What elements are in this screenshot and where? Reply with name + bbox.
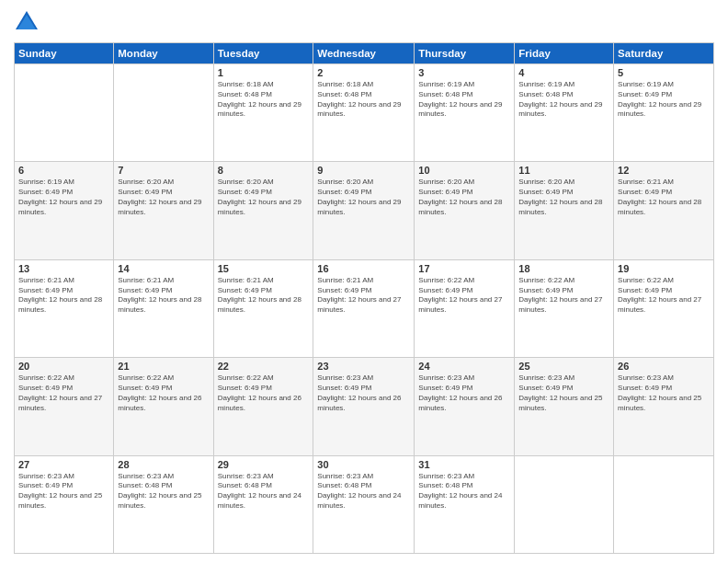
day-number: 26 <box>618 361 710 372</box>
day-info: Sunrise: 6:22 AM Sunset: 6:49 PM Dayligh… <box>418 276 510 316</box>
day-info: Sunrise: 6:18 AM Sunset: 6:48 PM Dayligh… <box>317 80 410 120</box>
calendar-cell: 25Sunrise: 6:23 AM Sunset: 6:49 PM Dayli… <box>515 358 614 455</box>
day-info: Sunrise: 6:22 AM Sunset: 6:49 PM Dayligh… <box>618 276 710 316</box>
day-number: 18 <box>518 263 609 274</box>
day-number: 29 <box>218 459 310 470</box>
day-info: Sunrise: 6:20 AM Sunset: 6:49 PM Dayligh… <box>418 178 510 217</box>
day-info: Sunrise: 6:23 AM Sunset: 6:48 PM Dayligh… <box>118 472 209 511</box>
header-cell-wednesday: Wednesday <box>313 43 415 64</box>
calendar-cell <box>515 455 614 553</box>
calendar-cell <box>114 64 213 162</box>
day-number: 10 <box>418 165 510 176</box>
day-info: Sunrise: 6:19 AM Sunset: 6:49 PM Dayligh… <box>18 178 109 217</box>
calendar-cell: 30Sunrise: 6:23 AM Sunset: 6:48 PM Dayli… <box>313 455 415 553</box>
calendar-cell: 22Sunrise: 6:22 AM Sunset: 6:49 PM Dayli… <box>213 358 313 455</box>
week-row-3: 13Sunrise: 6:21 AM Sunset: 6:49 PM Dayli… <box>15 259 714 357</box>
header-cell-saturday: Saturday <box>614 43 714 64</box>
day-number: 25 <box>518 361 609 372</box>
calendar-cell: 31Sunrise: 6:23 AM Sunset: 6:48 PM Dayli… <box>415 455 515 553</box>
day-info: Sunrise: 6:23 AM Sunset: 6:49 PM Dayligh… <box>18 472 109 511</box>
day-number: 27 <box>18 459 109 470</box>
header-cell-monday: Monday <box>114 43 213 64</box>
day-number: 7 <box>118 165 209 176</box>
day-info: Sunrise: 6:23 AM Sunset: 6:49 PM Dayligh… <box>317 373 410 413</box>
day-number: 31 <box>418 459 510 470</box>
header <box>14 9 714 35</box>
calendar-cell: 1Sunrise: 6:18 AM Sunset: 6:48 PM Daylig… <box>213 64 313 162</box>
calendar-cell: 20Sunrise: 6:22 AM Sunset: 6:49 PM Dayli… <box>15 358 114 455</box>
day-info: Sunrise: 6:23 AM Sunset: 6:49 PM Dayligh… <box>518 373 609 413</box>
day-info: Sunrise: 6:23 AM Sunset: 6:49 PM Dayligh… <box>618 373 710 413</box>
day-number: 14 <box>118 263 209 274</box>
calendar-cell: 27Sunrise: 6:23 AM Sunset: 6:49 PM Dayli… <box>15 455 114 553</box>
day-number: 30 <box>317 459 410 470</box>
logo-icon <box>14 9 40 35</box>
calendar-cell: 16Sunrise: 6:21 AM Sunset: 6:49 PM Dayli… <box>313 259 415 357</box>
day-number: 6 <box>18 165 109 176</box>
day-info: Sunrise: 6:20 AM Sunset: 6:49 PM Dayligh… <box>218 178 310 217</box>
week-row-4: 20Sunrise: 6:22 AM Sunset: 6:49 PM Dayli… <box>15 358 714 455</box>
day-info: Sunrise: 6:21 AM Sunset: 6:49 PM Dayligh… <box>18 276 109 316</box>
day-info: Sunrise: 6:20 AM Sunset: 6:49 PM Dayligh… <box>518 178 609 217</box>
week-row-5: 27Sunrise: 6:23 AM Sunset: 6:49 PM Dayli… <box>15 455 714 553</box>
day-number: 19 <box>618 263 710 274</box>
header-cell-tuesday: Tuesday <box>213 43 313 64</box>
calendar-cell: 6Sunrise: 6:19 AM Sunset: 6:49 PM Daylig… <box>15 162 114 259</box>
calendar-cell: 28Sunrise: 6:23 AM Sunset: 6:48 PM Dayli… <box>114 455 213 553</box>
calendar-cell: 24Sunrise: 6:23 AM Sunset: 6:49 PM Dayli… <box>415 358 515 455</box>
day-number: 5 <box>618 67 710 78</box>
day-number: 1 <box>218 67 310 78</box>
calendar-cell: 14Sunrise: 6:21 AM Sunset: 6:49 PM Dayli… <box>114 259 213 357</box>
day-number: 28 <box>118 459 209 470</box>
header-cell-friday: Friday <box>515 43 614 64</box>
calendar-cell: 2Sunrise: 6:18 AM Sunset: 6:48 PM Daylig… <box>313 64 415 162</box>
day-info: Sunrise: 6:21 AM Sunset: 6:49 PM Dayligh… <box>218 276 310 316</box>
week-row-2: 6Sunrise: 6:19 AM Sunset: 6:49 PM Daylig… <box>15 162 714 259</box>
day-info: Sunrise: 6:20 AM Sunset: 6:49 PM Dayligh… <box>317 178 410 217</box>
page: SundayMondayTuesdayWednesdayThursdayFrid… <box>0 0 728 563</box>
day-number: 22 <box>218 361 310 372</box>
calendar-cell: 10Sunrise: 6:20 AM Sunset: 6:49 PM Dayli… <box>415 162 515 259</box>
calendar-cell: 19Sunrise: 6:22 AM Sunset: 6:49 PM Dayli… <box>614 259 714 357</box>
day-number: 4 <box>518 67 609 78</box>
day-info: Sunrise: 6:23 AM Sunset: 6:48 PM Dayligh… <box>317 472 410 511</box>
day-number: 16 <box>317 263 410 274</box>
header-cell-sunday: Sunday <box>15 43 114 64</box>
day-info: Sunrise: 6:19 AM Sunset: 6:49 PM Dayligh… <box>618 80 710 120</box>
calendar-cell: 8Sunrise: 6:20 AM Sunset: 6:49 PM Daylig… <box>213 162 313 259</box>
calendar-cell: 7Sunrise: 6:20 AM Sunset: 6:49 PM Daylig… <box>114 162 213 259</box>
day-info: Sunrise: 6:23 AM Sunset: 6:49 PM Dayligh… <box>418 373 510 413</box>
calendar-table: SundayMondayTuesdayWednesdayThursdayFrid… <box>14 42 714 554</box>
calendar-cell: 5Sunrise: 6:19 AM Sunset: 6:49 PM Daylig… <box>614 64 714 162</box>
calendar-cell: 17Sunrise: 6:22 AM Sunset: 6:49 PM Dayli… <box>415 259 515 357</box>
calendar-cell: 13Sunrise: 6:21 AM Sunset: 6:49 PM Dayli… <box>15 259 114 357</box>
day-number: 11 <box>518 165 609 176</box>
calendar-cell: 15Sunrise: 6:21 AM Sunset: 6:49 PM Dayli… <box>213 259 313 357</box>
day-info: Sunrise: 6:20 AM Sunset: 6:49 PM Dayligh… <box>118 178 209 217</box>
day-info: Sunrise: 6:23 AM Sunset: 6:48 PM Dayligh… <box>218 472 310 511</box>
day-info: Sunrise: 6:23 AM Sunset: 6:48 PM Dayligh… <box>418 472 510 511</box>
day-info: Sunrise: 6:22 AM Sunset: 6:49 PM Dayligh… <box>518 276 609 316</box>
calendar-cell: 18Sunrise: 6:22 AM Sunset: 6:49 PM Dayli… <box>515 259 614 357</box>
day-info: Sunrise: 6:22 AM Sunset: 6:49 PM Dayligh… <box>118 373 209 413</box>
calendar-cell: 23Sunrise: 6:23 AM Sunset: 6:49 PM Dayli… <box>313 358 415 455</box>
calendar-cell: 21Sunrise: 6:22 AM Sunset: 6:49 PM Dayli… <box>114 358 213 455</box>
day-info: Sunrise: 6:19 AM Sunset: 6:48 PM Dayligh… <box>418 80 510 120</box>
calendar-header-row: SundayMondayTuesdayWednesdayThursdayFrid… <box>15 43 714 64</box>
day-number: 8 <box>218 165 310 176</box>
calendar-body: 1Sunrise: 6:18 AM Sunset: 6:48 PM Daylig… <box>15 64 714 554</box>
calendar-cell: 4Sunrise: 6:19 AM Sunset: 6:48 PM Daylig… <box>515 64 614 162</box>
calendar-cell: 11Sunrise: 6:20 AM Sunset: 6:49 PM Dayli… <box>515 162 614 259</box>
calendar-cell: 29Sunrise: 6:23 AM Sunset: 6:48 PM Dayli… <box>213 455 313 553</box>
header-cell-thursday: Thursday <box>415 43 515 64</box>
day-number: 20 <box>18 361 109 372</box>
day-info: Sunrise: 6:19 AM Sunset: 6:48 PM Dayligh… <box>518 80 609 120</box>
day-number: 2 <box>317 67 410 78</box>
day-number: 13 <box>18 263 109 274</box>
week-row-1: 1Sunrise: 6:18 AM Sunset: 6:48 PM Daylig… <box>15 64 714 162</box>
day-number: 9 <box>317 165 410 176</box>
calendar-cell <box>15 64 114 162</box>
day-info: Sunrise: 6:21 AM Sunset: 6:49 PM Dayligh… <box>118 276 209 316</box>
day-number: 23 <box>317 361 410 372</box>
day-number: 12 <box>618 165 710 176</box>
